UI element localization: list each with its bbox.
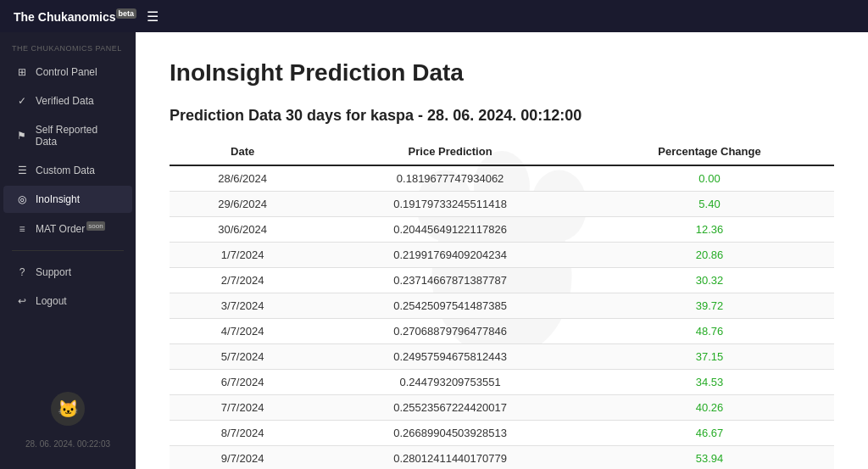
cell-date: 28/6/2024 bbox=[170, 165, 315, 192]
cell-date: 30/6/2024 bbox=[170, 217, 315, 243]
cell-date: 5/7/2024 bbox=[170, 344, 315, 370]
cell-price: 0.27068879796477846 bbox=[315, 319, 585, 344]
sidebar-item-support[interactable]: ? Support bbox=[3, 259, 132, 286]
table-row: 6/7/20240.24479320975355134.53 bbox=[170, 370, 834, 395]
cell-price: 0.21991769409204234 bbox=[315, 243, 585, 268]
lines-icon: ≡ bbox=[15, 223, 29, 235]
cell-date: 1/7/2024 bbox=[170, 243, 315, 268]
sidebar-item-logout[interactable]: ↩ Logout bbox=[3, 288, 132, 315]
table-row: 29/6/20240.191797332455114185.40 bbox=[170, 192, 834, 217]
table-row: 1/7/20240.2199176940920423420.86 bbox=[170, 243, 834, 268]
table-row: 7/7/20240.2552356722442001740.26 bbox=[170, 395, 834, 421]
cell-date: 3/7/2024 bbox=[170, 293, 315, 319]
app-title: The Chukanomicsbeta bbox=[14, 9, 136, 24]
sidebar-item-custom-data[interactable]: ☰ Custom Data bbox=[3, 157, 132, 184]
table-row: 9/7/20240.2801241144017077953.94 bbox=[170, 446, 834, 470]
sidebar-item-label: Verified Data bbox=[36, 95, 94, 107]
table-row: 30/6/20240.2044564912211782612.36 bbox=[170, 217, 834, 243]
table-row: 5/7/20240.2495759467581244337.15 bbox=[170, 344, 834, 370]
cell-change: 53.94 bbox=[585, 446, 834, 470]
list-icon: ☰ bbox=[15, 165, 29, 176]
cell-change: 12.36 bbox=[585, 217, 834, 243]
col-header-price: Price Prediction bbox=[315, 138, 585, 165]
sidebar-item-label: Support bbox=[36, 266, 71, 278]
cell-change: 34.53 bbox=[585, 370, 834, 395]
sidebar-item-label: Self Reported Data bbox=[36, 124, 120, 148]
cell-price: 0.24957594675812443 bbox=[315, 344, 585, 370]
cell-date: 9/7/2024 bbox=[170, 446, 315, 470]
prediction-subtitle: Prediction Data 30 days for kaspa - 28. … bbox=[170, 107, 834, 125]
layout: THE CHUKANOMICS PANEL ⊞ Control Panel ✓ … bbox=[0, 32, 868, 469]
sidebar-item-control-panel[interactable]: ⊞ Control Panel bbox=[3, 59, 132, 86]
cell-price: 0.25523567224420017 bbox=[315, 395, 585, 421]
cell-price: 0.23714667871387787 bbox=[315, 268, 585, 293]
sidebar-item-mat-order[interactable]: ≡ MAT Ordersoon bbox=[3, 215, 132, 243]
cell-price: 0.19179733245511418 bbox=[315, 192, 585, 217]
cell-change: 5.40 bbox=[585, 192, 834, 217]
col-header-change: Percentage Change bbox=[585, 138, 834, 165]
cell-date: 6/7/2024 bbox=[170, 370, 315, 395]
sidebar-item-self-reported-data[interactable]: ⚑ Self Reported Data bbox=[3, 116, 132, 155]
menu-icon[interactable]: ☰ bbox=[147, 8, 159, 25]
sidebar-bottom: 🐱 28. 06. 2024. 00:22:03 bbox=[0, 382, 136, 455]
table-row: 4/7/20240.2706887979647784648.76 bbox=[170, 319, 834, 344]
sidebar-item-verified-data[interactable]: ✓ Verified Data bbox=[3, 87, 132, 114]
logout-icon: ↩ bbox=[15, 295, 29, 307]
question-icon: ? bbox=[15, 266, 29, 278]
cell-date: 29/6/2024 bbox=[170, 192, 315, 217]
prediction-table-wrap: Date Price Prediction Percentage Change … bbox=[170, 138, 834, 469]
cell-price: 0.244793209753551 bbox=[315, 370, 585, 395]
cell-change: 37.15 bbox=[585, 344, 834, 370]
sidebar-divider bbox=[12, 250, 124, 251]
cell-change: 30.32 bbox=[585, 268, 834, 293]
sidebar-item-inolnsight[interactable]: ◎ InoInsight bbox=[3, 186, 132, 213]
table-row: 8/7/20240.2668990450392851346.67 bbox=[170, 421, 834, 446]
sidebar-item-label: InoInsight bbox=[36, 193, 80, 205]
sidebar-item-label: Control Panel bbox=[36, 66, 97, 78]
table-header: Date Price Prediction Percentage Change bbox=[170, 138, 834, 165]
circle-icon: ◎ bbox=[15, 193, 29, 205]
cell-price: 0.25425097541487385 bbox=[315, 293, 585, 319]
sidebar-section-label: THE CHUKANOMICS PANEL bbox=[0, 32, 136, 58]
page-title: InoInsight Prediction Data bbox=[170, 59, 834, 87]
prediction-table: Date Price Prediction Percentage Change … bbox=[170, 138, 834, 469]
cell-price: 0.28012411440170779 bbox=[315, 446, 585, 470]
user-avatar-area: 🐱 bbox=[0, 382, 136, 436]
grid-icon: ⊞ bbox=[15, 66, 29, 78]
sidebar: THE CHUKANOMICS PANEL ⊞ Control Panel ✓ … bbox=[0, 32, 136, 469]
table-body: 28/6/20240.18196777479340620.0029/6/2024… bbox=[170, 165, 834, 469]
topbar: The Chukanomicsbeta ☰ bbox=[0, 0, 868, 32]
cell-price: 0.20445649122117826 bbox=[315, 217, 585, 243]
cell-price: 0.26689904503928513 bbox=[315, 421, 585, 446]
cell-price: 0.1819677747934062 bbox=[315, 165, 585, 192]
sidebar-item-label: MAT Ordersoon bbox=[36, 222, 105, 235]
col-header-date: Date bbox=[170, 138, 315, 165]
sidebar-item-label: Custom Data bbox=[36, 165, 95, 176]
cell-date: 2/7/2024 bbox=[170, 268, 315, 293]
sidebar-timestamp: 28. 06. 2024. 00:22:03 bbox=[0, 436, 136, 455]
cell-change: 39.72 bbox=[585, 293, 834, 319]
flag-icon: ⚑ bbox=[15, 130, 29, 142]
table-row: 2/7/20240.2371466787138778730.32 bbox=[170, 268, 834, 293]
cell-date: 4/7/2024 bbox=[170, 319, 315, 344]
check-icon: ✓ bbox=[15, 95, 29, 107]
cell-change: 20.86 bbox=[585, 243, 834, 268]
avatar: 🐱 bbox=[51, 392, 85, 426]
main-inner: InoInsight Prediction Data Prediction Da… bbox=[170, 59, 834, 469]
cell-change: 48.76 bbox=[585, 319, 834, 344]
cell-change: 0.00 bbox=[585, 165, 834, 192]
table-row: 3/7/20240.2542509754148738539.72 bbox=[170, 293, 834, 319]
cell-change: 46.67 bbox=[585, 421, 834, 446]
sidebar-item-label: Logout bbox=[36, 295, 67, 307]
cell-change: 40.26 bbox=[585, 395, 834, 421]
cell-date: 8/7/2024 bbox=[170, 421, 315, 446]
cell-date: 7/7/2024 bbox=[170, 395, 315, 421]
main-content: InoInsight Prediction Data Prediction Da… bbox=[136, 32, 868, 469]
table-row: 28/6/20240.18196777479340620.00 bbox=[170, 165, 834, 192]
